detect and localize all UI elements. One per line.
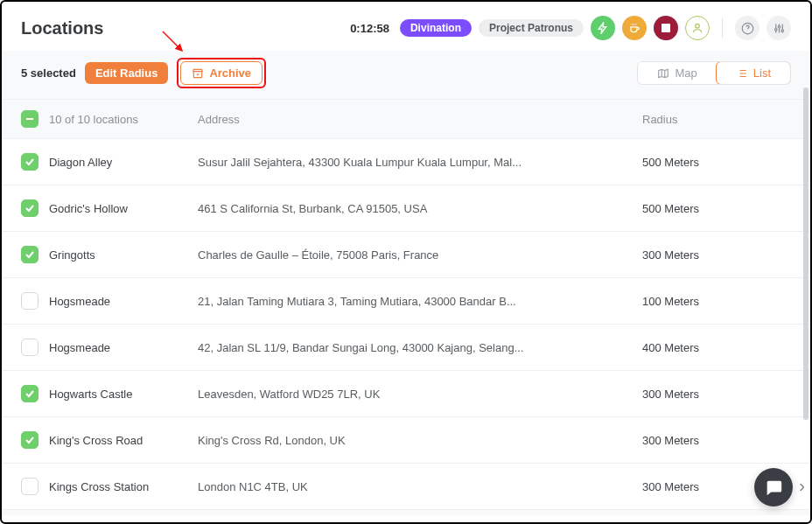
selected-count: 5 selected [21, 66, 76, 80]
row-name: Diagon Alley [49, 156, 198, 169]
row-radius: 300 Meters [642, 248, 791, 262]
row-radius: 400 Meters [642, 341, 791, 354]
svg-point-3 [774, 28, 777, 31]
row-checkbox[interactable] [21, 339, 38, 356]
user-button[interactable] [685, 16, 710, 40]
edit-radius-button[interactable]: Edit Radius [85, 62, 169, 84]
row-address: King's Cross Rd, London, UK [198, 434, 642, 447]
help-icon [741, 22, 754, 35]
archive-icon [192, 67, 204, 80]
project-pill-primary[interactable]: Divination [400, 19, 472, 37]
check-icon [24, 435, 35, 445]
check-icon [24, 157, 35, 167]
column-header-radius[interactable]: Radius [642, 113, 791, 126]
map-view-label: Map [675, 66, 696, 80]
row-address: 21, Jalan Taming Mutiara 3, Taming Mutia… [198, 295, 642, 308]
row-radius: 300 Meters [642, 434, 791, 447]
map-icon [657, 67, 669, 80]
list-view-label: List [753, 66, 771, 80]
project-pill-secondary[interactable]: Project Patronus [479, 19, 584, 37]
table-header: 10 of 10 locations Address Radius [2, 100, 810, 138]
chat-icon [764, 478, 783, 497]
stop-button[interactable] [654, 16, 678, 40]
row-name: Hogsmeade [49, 295, 198, 308]
row-name: Hogsmeade [49, 341, 198, 354]
column-header-count[interactable]: 10 of 10 locations [49, 113, 198, 126]
table-row[interactable]: Hogsmeade 42, Jalan SL 11/9, Bandar Sung… [2, 324, 810, 370]
scrollbar[interactable] [803, 87, 808, 420]
table-row[interactable]: Godric's Hollow 461 S California St, Bur… [2, 185, 810, 231]
row-checkbox[interactable] [21, 385, 38, 402]
svg-point-5 [781, 29, 784, 31]
svg-rect-0 [662, 24, 670, 32]
row-radius: 300 Meters [642, 388, 791, 401]
table-row[interactable]: Gringotts Charles de Gaulle – Étoile, 75… [2, 231, 810, 277]
settings-button[interactable] [766, 16, 791, 40]
archive-button[interactable]: Archive [180, 61, 262, 85]
help-button[interactable] [735, 16, 760, 40]
annotation-highlight: Archive [177, 58, 266, 88]
list-view-button[interactable]: List [716, 61, 791, 85]
archive-button-label: Archive [209, 66, 251, 80]
row-name: Hogwarts Castle [49, 388, 198, 401]
row-address: Susur Jalil Sejahtera, 43300 Kuala Lumpu… [198, 156, 642, 169]
select-all-checkbox[interactable] [21, 110, 38, 128]
table-row[interactable]: Hogsmeade 21, Jalan Taming Mutiara 3, Ta… [2, 277, 810, 324]
chevron-right-icon: › [799, 476, 805, 496]
view-toggle: Map List [637, 61, 791, 85]
row-name: King's Cross Road [49, 434, 198, 447]
row-checkbox[interactable] [21, 199, 38, 217]
user-icon [691, 22, 704, 34]
bolt-icon [597, 22, 609, 34]
row-radius: 500 Meters [642, 202, 791, 215]
minus-icon [24, 114, 35, 124]
list-icon [736, 67, 748, 80]
row-checkbox[interactable] [21, 246, 38, 263]
row-checkbox[interactable] [21, 431, 38, 449]
row-checkbox[interactable] [21, 292, 38, 310]
page-title: Locations [21, 18, 103, 38]
stop-icon [662, 24, 670, 32]
row-address: 42, Jalan SL 11/9, Bandar Sungai Long, 4… [198, 341, 642, 354]
row-radius: 500 Meters [642, 156, 791, 169]
archived-locations-row[interactable]: Archived Locations [2, 509, 810, 515]
chat-widget-button[interactable] [754, 468, 793, 507]
svg-point-4 [778, 25, 780, 28]
table-row[interactable]: Diagon Alley Susur Jalil Sejahtera, 4330… [2, 138, 810, 185]
table-row[interactable]: Hogwarts Castle Leavesden, Watford WD25 … [2, 370, 810, 416]
row-name: Kings Cross Station [49, 480, 198, 493]
table-row[interactable]: King's Cross Road King's Cross Rd, Londo… [2, 416, 810, 463]
row-checkbox[interactable] [21, 478, 38, 495]
status-button-orange[interactable] [622, 16, 647, 40]
row-address: Charles de Gaulle – Étoile, 75008 Paris,… [198, 248, 642, 262]
row-name: Gringotts [49, 248, 198, 262]
timer-display: 0:12:58 [350, 22, 389, 35]
check-icon [24, 203, 35, 213]
row-address: Leavesden, Watford WD25 7LR, UK [198, 388, 642, 401]
svg-point-1 [696, 24, 700, 28]
row-checkbox[interactable] [21, 153, 38, 171]
table-row[interactable]: Kings Cross Station London N1C 4TB, UK 3… [2, 463, 810, 509]
header-divider [722, 18, 723, 38]
row-address: 461 S California St, Burbank, CA 91505, … [198, 202, 642, 215]
sliders-icon [773, 22, 786, 35]
check-icon [24, 388, 35, 399]
coffee-icon [628, 22, 640, 34]
row-name: Godric's Hollow [49, 202, 198, 215]
column-header-address[interactable]: Address [198, 113, 642, 126]
row-address: London N1C 4TB, UK [198, 480, 642, 493]
status-button-green[interactable] [591, 16, 615, 40]
map-view-button[interactable]: Map [638, 62, 716, 84]
row-radius: 100 Meters [642, 295, 791, 308]
check-icon [24, 249, 35, 260]
